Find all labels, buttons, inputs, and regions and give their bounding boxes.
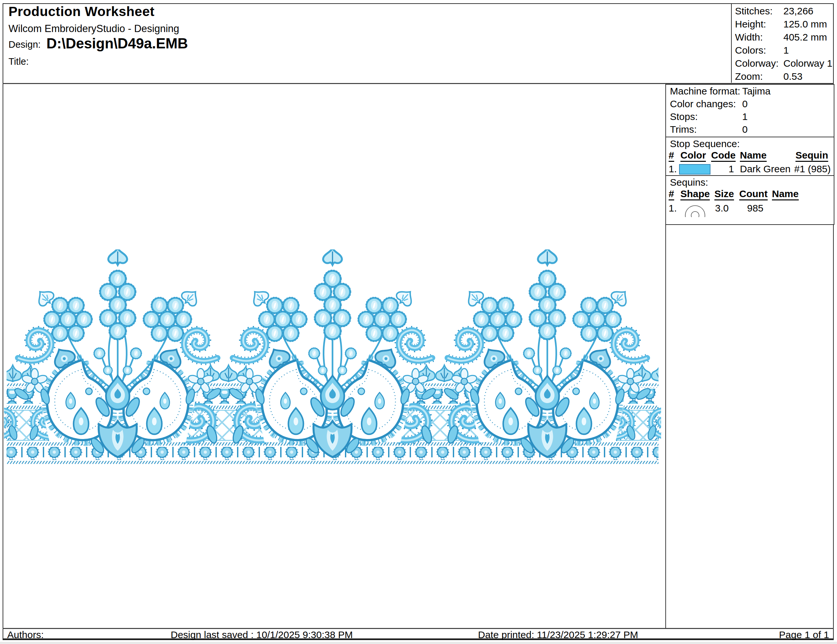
col-head-count: Count (739, 188, 768, 200)
sequin-shape-icon (684, 205, 706, 217)
info-label: Stops: (670, 110, 698, 123)
stat-value: Colorway 1 (783, 57, 832, 70)
date-printed-text: Date printed: 11/23/2025 1:29:27 PM (478, 629, 638, 640)
col-head-num: # (669, 150, 674, 162)
info-value: 0 (742, 123, 748, 136)
info-label: Machine format: (670, 85, 740, 97)
page-title: Production Worksheet (8, 4, 155, 19)
stop-row-code: 1 (711, 163, 734, 175)
stat-row-width: Width: 405.2 mm (732, 31, 834, 44)
stat-row-zoom: Zoom: 0.53 (732, 70, 834, 83)
info-row-machine-format: Machine format: Tajima (666, 85, 834, 97)
app-subtitle: Wilcom EmbroideryStudio - Designing (8, 23, 179, 34)
panel-left-border (665, 224, 666, 628)
col-head-color: Color (680, 150, 706, 162)
stop-sequence-box: Stop Sequence: # Color Code Name Sequin … (665, 137, 834, 176)
footer: Authors: Design last saved : 10/1/2025 9… (3, 629, 834, 640)
sequin-row-num: 1. (669, 202, 677, 215)
col-head-sequin: Sequin (796, 150, 828, 162)
stat-value: 1 (783, 44, 789, 57)
info-row-color-changes: Color changes: 0 (666, 97, 834, 110)
stop-row-name: Dark Green (740, 163, 791, 175)
col-head-num: # (669, 188, 674, 200)
stat-label: Width: (735, 31, 763, 44)
col-head-shape: Shape (680, 188, 710, 200)
info-label: Trims: (670, 123, 697, 136)
stat-value: 23,266 (783, 5, 814, 18)
last-saved-text: Design last saved : 10/1/2025 9:30:38 PM (171, 629, 353, 640)
info-value: Tajima (742, 85, 771, 97)
info-label: Color changes: (670, 97, 736, 110)
stat-row-colorway: Colorway: Colorway 1 (732, 57, 834, 70)
info-value: 0 (742, 97, 748, 110)
sequin-row-count: 985 (747, 202, 763, 215)
sequins-title: Sequins: (670, 177, 708, 188)
stat-label: Colorway: (735, 57, 778, 70)
machine-info-box: Machine format: Tajima Color changes: 0 … (665, 84, 834, 137)
page-bottom-shadow (0, 642, 837, 644)
page-number: Page 1 of 1 (779, 629, 829, 640)
design-file-path: D:\Design\D49a.EMB (46, 35, 188, 52)
stat-value: 0.53 (783, 70, 803, 83)
stat-row-colors: Colors: 1 (732, 44, 834, 57)
embroidery-design-preview (4, 249, 661, 465)
stat-label: Zoom: (735, 70, 763, 83)
stat-label: Stitches: (735, 5, 773, 18)
stat-value: 405.2 mm (783, 31, 827, 44)
col-head-name: Name (740, 150, 767, 162)
info-value: 1 (742, 110, 748, 123)
stat-label: Height: (735, 18, 766, 31)
footer-divider (3, 628, 834, 629)
stop-row-sequin: #1 (985) (794, 163, 831, 175)
col-head-size: Size (714, 188, 734, 200)
stat-row-height: Height: 125.0 mm (732, 18, 834, 31)
info-row-trims: Trims: 0 (666, 123, 834, 136)
info-row-stops: Stops: 1 (666, 110, 834, 123)
col-head-name: Name (772, 188, 799, 200)
design-label: Design: (8, 39, 41, 50)
stop-sequence-title: Stop Sequence: (670, 138, 740, 150)
stat-value: 125.0 mm (783, 18, 827, 31)
col-head-code: Code (711, 150, 736, 162)
stop-row-num: 1. (669, 163, 677, 175)
sequins-box: Sequins: # Shape Size Count Name 1. 3.0 … (665, 175, 834, 225)
authors-label: Authors: (7, 629, 44, 640)
stat-label: Colors: (735, 44, 766, 57)
stat-row-stitches: Stitches: 23,266 (732, 5, 834, 18)
thread-color-swatch (679, 164, 711, 177)
title-label: Title: (8, 56, 29, 67)
design-stats-box: Stitches: 23,266 Height: 125.0 mm Width:… (731, 4, 834, 83)
floral-peaks (13, 249, 652, 457)
sequin-row-size: 3.0 (715, 202, 729, 215)
